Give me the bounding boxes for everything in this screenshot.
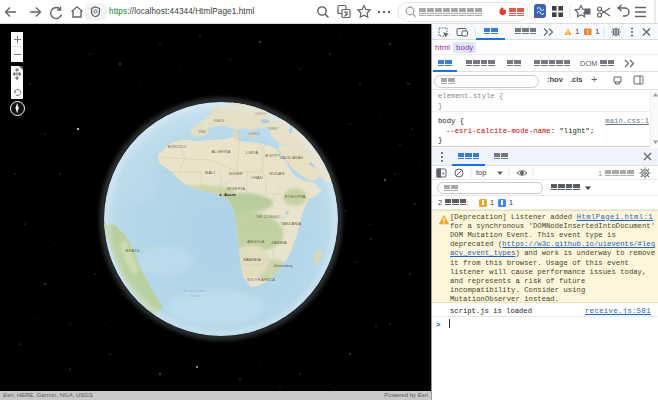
svg-text:ALGERIA: ALGERIA bbox=[211, 149, 230, 154]
svg-text:SUDAN: SUDAN bbox=[269, 171, 284, 176]
svg-text:TANZANIA: TANZANIA bbox=[281, 222, 302, 226]
svg-text:GREECE: GREECE bbox=[249, 132, 260, 136]
svg-text:LIBYA: LIBYA bbox=[246, 150, 258, 155]
svg-text:South Atlantic: South Atlantic bbox=[184, 289, 206, 293]
svg-text:MOROCCO: MOROCCO bbox=[168, 145, 187, 149]
svg-text:TURKEY: TURKEY bbox=[268, 127, 279, 131]
svg-text:Ocean: Ocean bbox=[190, 294, 200, 298]
svg-text:Accra: Accra bbox=[224, 192, 236, 197]
svg-text:NIGERIA: NIGERIA bbox=[227, 186, 245, 191]
svg-text:ANGOLA: ANGOLA bbox=[247, 240, 265, 244]
svg-text:BRAZIL: BRAZIL bbox=[126, 249, 141, 253]
svg-text:SOUTH AFRICA: SOUTH AFRICA bbox=[247, 278, 276, 282]
svg-text:NIGER: NIGER bbox=[229, 171, 243, 176]
svg-text:ZAMBIA: ZAMBIA bbox=[271, 241, 287, 245]
svg-text:Johannesburg: Johannesburg bbox=[273, 264, 292, 268]
svg-text:SAUDI ARAB.: SAUDI ARAB. bbox=[280, 156, 304, 160]
svg-text:CHAD: CHAD bbox=[251, 175, 263, 180]
svg-text:NAMIBIA: NAMIBIA bbox=[243, 258, 261, 262]
svg-text:ETHIOPIA: ETHIOPIA bbox=[285, 194, 306, 199]
svg-text:FRANCE: FRANCE bbox=[214, 119, 225, 123]
svg-text:EGYPT: EGYPT bbox=[266, 153, 281, 158]
svg-text:MALI: MALI bbox=[205, 170, 215, 175]
svg-text:SPAIN: SPAIN bbox=[198, 130, 206, 134]
svg-text:DR CONGO: DR CONGO bbox=[257, 215, 280, 219]
